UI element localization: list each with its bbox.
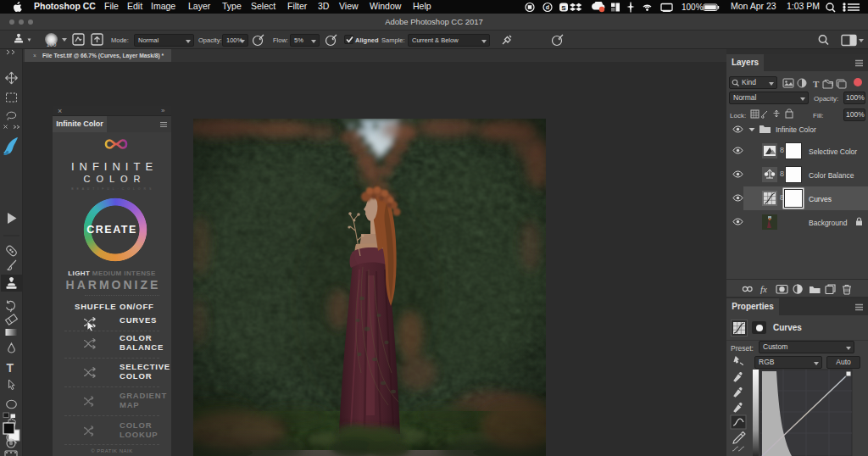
svg-text:T: T (813, 79, 820, 89)
svg-text:d: d (546, 4, 549, 10)
svg-text:fx: fx (760, 284, 767, 294)
svg-text:S: S (561, 4, 566, 12)
svg-text:100%: 100% (682, 3, 704, 12)
svg-text:T: T (7, 361, 14, 375)
